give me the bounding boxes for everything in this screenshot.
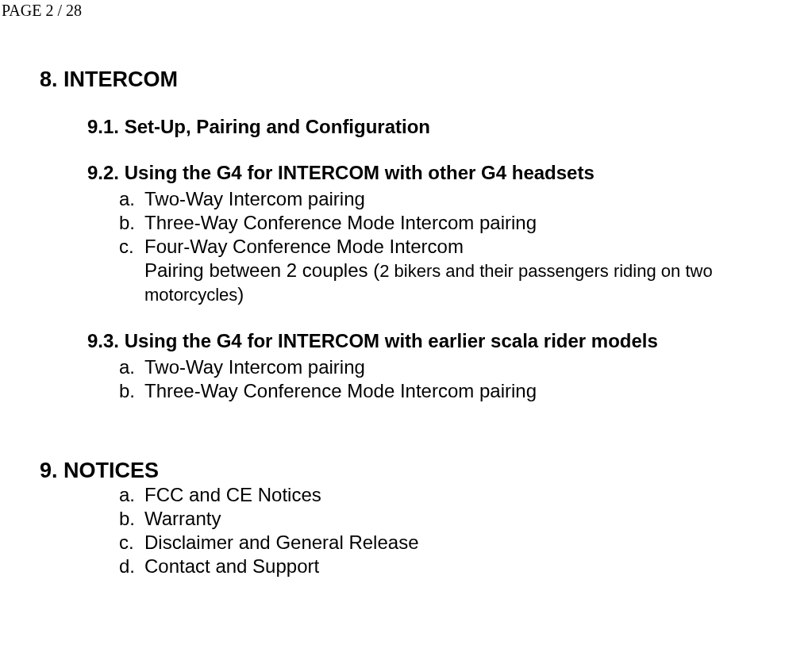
- list-item: b. Three-Way Conference Mode Intercom pa…: [119, 211, 812, 235]
- list-marker: b.: [119, 379, 144, 403]
- list-text-line2-suffix: ): [237, 283, 244, 305]
- list-marker: a.: [119, 355, 144, 379]
- page-header: PAGE 2 / 28: [0, 0, 812, 20]
- subsection-9-2-title: 9.2. Using the G4 for INTERCOM with othe…: [87, 162, 812, 184]
- list-item: d. Contact and Support: [119, 555, 812, 578]
- list-marker: d.: [119, 555, 144, 578]
- document-content: 8. INTERCOM 9.1. Set-Up, Pairing and Con…: [0, 20, 812, 578]
- subsection-9-2-list: a. Two-Way Intercom pairing b. Three-Way…: [119, 187, 812, 306]
- list-text: Three-Way Conference Mode Intercom pairi…: [144, 211, 812, 235]
- subsection-9-3-list: a. Two-Way Intercom pairing b. Three-Way…: [119, 355, 812, 403]
- subsection-9-3: 9.3. Using the G4 for INTERCOM with earl…: [87, 330, 812, 403]
- list-marker: b.: [119, 507, 144, 531]
- list-marker: a.: [119, 483, 144, 507]
- list-marker: b.: [119, 211, 144, 235]
- subsection-9-2: 9.2. Using the G4 for INTERCOM with othe…: [87, 162, 812, 306]
- subsection-9-3-title: 9.3. Using the G4 for INTERCOM with earl…: [87, 330, 812, 352]
- list-text: Warranty: [144, 507, 812, 531]
- list-item: c. Four-Way Conference Mode Intercom Pai…: [119, 235, 812, 306]
- list-text-line1: Four-Way Conference Mode Intercom: [144, 236, 464, 257]
- section-9-list-wrap: a. FCC and CE Notices b. Warranty c. Dis…: [87, 483, 812, 578]
- list-item: b. Three-Way Conference Mode Intercom pa…: [119, 379, 812, 403]
- list-item: c. Disclaimer and General Release: [119, 531, 812, 555]
- section-9-list: a. FCC and CE Notices b. Warranty c. Dis…: [119, 483, 812, 578]
- list-text: FCC and CE Notices: [144, 483, 812, 507]
- list-text: Three-Way Conference Mode Intercom pairi…: [144, 379, 812, 403]
- list-text: Disclaimer and General Release: [144, 531, 812, 555]
- section-9-title: 9. NOTICES: [40, 459, 812, 483]
- list-item: b. Warranty: [119, 507, 812, 531]
- list-text: Four-Way Conference Mode Intercom Pairin…: [144, 235, 812, 306]
- list-text-line2-prefix: Pairing between 2 couples (: [144, 259, 379, 281]
- list-item: a. Two-Way Intercom pairing: [119, 355, 812, 379]
- subsection-9-1: 9.1. Set-Up, Pairing and Configuration: [87, 116, 812, 138]
- subsection-9-1-title: 9.1. Set-Up, Pairing and Configuration: [87, 116, 812, 138]
- list-marker: a.: [119, 187, 144, 211]
- list-item: a. Two-Way Intercom pairing: [119, 187, 812, 211]
- list-text: Two-Way Intercom pairing: [144, 355, 812, 379]
- list-marker: c.: [119, 235, 144, 306]
- list-text: Contact and Support: [144, 555, 812, 578]
- list-marker: c.: [119, 531, 144, 555]
- list-text: Two-Way Intercom pairing: [144, 187, 812, 211]
- section-8-title: 8. INTERCOM: [40, 67, 812, 92]
- list-item: a. FCC and CE Notices: [119, 483, 812, 507]
